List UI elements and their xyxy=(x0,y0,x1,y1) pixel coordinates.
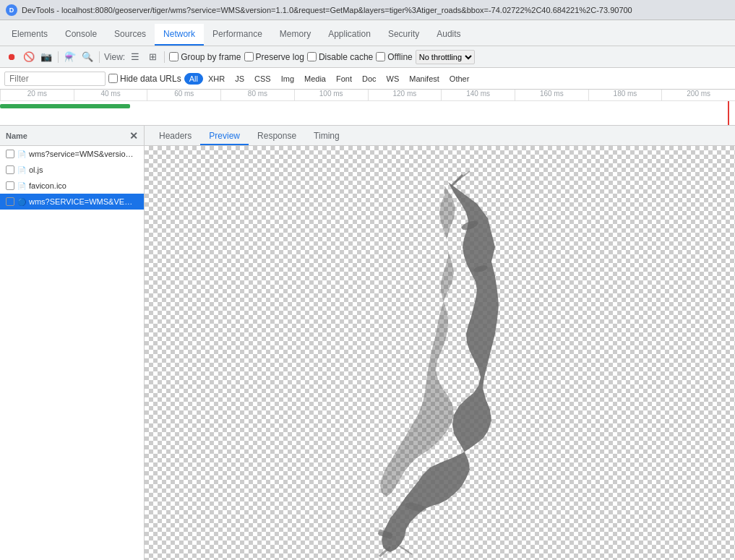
file-list-item[interactable]: 🔵wms?SERVICE=WMS&VERSIO... xyxy=(0,194,144,210)
file-list: 📄wms?service=WMS&version=...📄ol.js📄favic… xyxy=(0,146,144,560)
favicon-icon: D xyxy=(6,4,17,16)
clear-button[interactable]: 🚫 xyxy=(22,50,36,64)
tab-sources[interactable]: Sources xyxy=(106,24,155,46)
timeline-label: 140 ms xyxy=(441,90,515,100)
detail-tab-response[interactable]: Response xyxy=(249,128,305,145)
filter-bar: Hide data URLs AllXHRJSCSSImgMediaFontDo… xyxy=(0,68,735,90)
filter-type-xhr[interactable]: XHR xyxy=(203,73,230,85)
filter-type-manifest[interactable]: Manifest xyxy=(404,73,444,85)
filter-type-font[interactable]: Font xyxy=(331,73,357,85)
detail-tab-timing[interactable]: Timing xyxy=(305,128,348,145)
tab-memory[interactable]: Memory xyxy=(271,24,319,46)
preserve-log-label[interactable]: Preserve log xyxy=(244,52,304,62)
tab-console[interactable]: Console xyxy=(56,24,106,46)
hide-data-urls-label[interactable]: Hide data URLs xyxy=(108,74,181,84)
filter-type-other[interactable]: Other xyxy=(444,73,475,85)
preview-area xyxy=(145,146,735,560)
timeline-label: 180 ms xyxy=(588,90,662,100)
timeline-label: 40 ms xyxy=(74,90,147,100)
view-grid-button[interactable]: ⊞ xyxy=(145,50,160,64)
checkered-background xyxy=(145,146,735,560)
svg-line-7 xyxy=(397,545,412,554)
devtools-tabbar: ElementsConsoleSourcesNetworkPerformance… xyxy=(0,20,735,46)
filter-type-css[interactable]: CSS xyxy=(249,73,276,85)
filter-type-all[interactable]: All xyxy=(184,73,203,85)
timeline-label: 100 ms xyxy=(294,90,368,100)
file-type-icon: 📄 xyxy=(17,166,26,174)
close-detail-button[interactable]: ✕ xyxy=(129,130,138,142)
filter-type-media[interactable]: Media xyxy=(299,73,331,85)
manhattan-map xyxy=(238,160,506,558)
file-list-header: Name ✕ xyxy=(0,126,144,146)
divider-3 xyxy=(164,51,165,63)
timeline-label: 120 ms xyxy=(368,90,442,100)
timeline-red-line xyxy=(728,101,729,126)
view-list-button[interactable]: ☰ xyxy=(128,50,142,64)
window-title: DevTools - localhost:8080/geoserver/tige… xyxy=(22,6,729,14)
filter-type-js[interactable]: JS xyxy=(230,73,249,85)
file-name: ol.js xyxy=(29,165,43,174)
file-checkbox[interactable] xyxy=(6,150,14,158)
filter-type-ws[interactable]: WS xyxy=(382,73,405,85)
timeline: 20 ms40 ms60 ms80 ms100 ms120 ms140 ms16… xyxy=(0,90,735,126)
tab-security[interactable]: Security xyxy=(379,24,428,46)
timeline-bars xyxy=(0,101,735,126)
file-name: wms?service=WMS&version=... xyxy=(29,150,137,158)
file-type-icon: 📄 xyxy=(17,182,26,190)
tab-audits[interactable]: Audits xyxy=(428,24,469,46)
network-toolbar: ⏺ 🚫 📷 ⚗️ 🔍 View: ☰ ⊞ Group by frame Pres… xyxy=(0,46,735,68)
filter-type-doc[interactable]: Doc xyxy=(357,73,382,85)
timeline-labels: 20 ms40 ms60 ms80 ms100 ms120 ms140 ms16… xyxy=(0,90,735,101)
svg-line-5 xyxy=(455,171,470,182)
divider-2 xyxy=(99,51,100,63)
file-list-panel: Name ✕ 📄wms?service=WMS&version=...📄ol.j… xyxy=(0,126,145,560)
file-checkbox[interactable] xyxy=(6,197,14,206)
detail-tabs: HeadersPreviewResponseTiming xyxy=(145,126,735,146)
timeline-label: 20 ms xyxy=(0,90,74,100)
camera-button[interactable]: 📷 xyxy=(39,50,53,64)
record-button[interactable]: ⏺ xyxy=(4,50,19,64)
group-by-frame-label[interactable]: Group by frame xyxy=(169,52,241,62)
timeline-label: 160 ms xyxy=(515,90,588,100)
right-panel: HeadersPreviewResponseTiming xyxy=(145,126,735,560)
filter-type-img[interactable]: Img xyxy=(276,73,299,85)
tab-performance[interactable]: Performance xyxy=(204,24,271,46)
filter-button[interactable]: ⚗️ xyxy=(63,50,77,64)
timeline-label: 60 ms xyxy=(147,90,220,100)
throttling-select[interactable]: No throttling xyxy=(416,50,475,64)
tab-application[interactable]: Application xyxy=(319,24,379,46)
timeline-label: 200 ms xyxy=(661,90,735,100)
search-button[interactable]: 🔍 xyxy=(80,50,95,64)
file-list-item[interactable]: 📄wms?service=WMS&version=... xyxy=(0,146,144,162)
detail-tab-headers[interactable]: Headers xyxy=(150,128,200,145)
timeline-label: 80 ms xyxy=(220,90,294,100)
titlebar: D DevTools - localhost:8080/geoserver/ti… xyxy=(0,0,735,20)
file-type-icon: 🔵 xyxy=(17,198,26,206)
timeline-green-bar xyxy=(0,104,130,108)
file-checkbox[interactable] xyxy=(6,181,14,190)
file-checkbox[interactable] xyxy=(6,165,14,174)
file-name: wms?SERVICE=WMS&VERSIO... xyxy=(29,197,137,206)
view-label: View: xyxy=(104,52,125,62)
disable-cache-checkbox[interactable] xyxy=(307,52,317,61)
file-list-item[interactable]: 📄favicon.ico xyxy=(0,178,144,194)
preserve-log-checkbox[interactable] xyxy=(244,52,254,61)
filter-input[interactable] xyxy=(4,72,106,86)
divider-1 xyxy=(58,51,59,63)
group-by-frame-checkbox[interactable] xyxy=(169,52,179,61)
hide-data-urls-checkbox[interactable] xyxy=(108,74,118,83)
offline-checkbox[interactable] xyxy=(376,52,385,61)
tab-network[interactable]: Network xyxy=(155,24,204,46)
tab-elements[interactable]: Elements xyxy=(3,24,56,46)
filter-type-buttons: AllXHRJSCSSImgMediaFontDocWSManifestOthe… xyxy=(184,73,475,85)
file-name: favicon.ico xyxy=(29,181,66,190)
file-type-icon: 📄 xyxy=(17,150,26,158)
file-list-item[interactable]: 📄ol.js xyxy=(0,162,144,178)
offline-label[interactable]: Offline xyxy=(376,52,412,62)
main-content: Name ✕ 📄wms?service=WMS&version=...📄ol.j… xyxy=(0,126,735,560)
detail-tab-preview[interactable]: Preview xyxy=(200,128,249,145)
disable-cache-label[interactable]: Disable cache xyxy=(307,52,373,62)
